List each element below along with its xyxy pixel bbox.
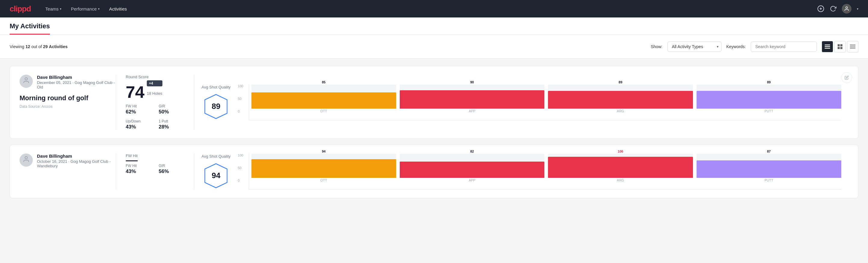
card-2-app-outer: [400, 154, 545, 178]
nav-activities[interactable]: Activities: [109, 4, 127, 14]
card-2-app-val: 82: [470, 150, 474, 153]
svg-rect-5: [825, 46, 830, 47]
card-2-chart-y-axis: 100 50 0: [238, 153, 243, 182]
bar-app: 90 APP: [400, 80, 545, 113]
svg-rect-13: [850, 47, 856, 48]
edit-button[interactable]: [841, 72, 852, 83]
card-2-y-50: 50: [238, 166, 243, 170]
oneputt-val: 28%: [159, 124, 185, 130]
keyword-search-input[interactable]: [751, 41, 817, 52]
card-2-ott-outer: [251, 154, 396, 178]
nav-performance-label: Performance: [71, 6, 97, 11]
card-2-hex-container: 94: [202, 162, 231, 189]
card-2-avatar-icon: [23, 155, 30, 165]
card-2-avatar-circle: [20, 153, 33, 167]
fw-hit-stat: FW Hit 62%: [126, 104, 152, 115]
bar-ott-outer: [251, 85, 396, 109]
grid-view-button[interactable]: [834, 41, 846, 52]
navbar: clippd Teams ▾ Performance ▾ Activities: [0, 0, 868, 18]
list-view-button[interactable]: [822, 41, 833, 52]
card-2-fw-hit-label: FW Hit: [126, 164, 152, 168]
card-2-app-label: APP: [469, 178, 475, 182]
fw-hit-val: 62%: [126, 109, 152, 115]
user-avatar-icon: [23, 77, 30, 86]
card-2-stats-row: Dave Billingham October 16, 2021 · Gog M…: [20, 153, 848, 189]
filter-bar: Viewing 12 out of 29 Activities Show: Al…: [0, 35, 868, 59]
bar-arg-fill: [548, 91, 693, 109]
svg-rect-12: [850, 46, 856, 46]
bar-app-val: 90: [470, 80, 474, 84]
card-2-putt-val: 87: [767, 150, 771, 153]
performance-chevron-icon: ▾: [98, 7, 99, 10]
user-avatar[interactable]: [842, 4, 851, 13]
teams-chevron-icon: ▾: [60, 7, 61, 10]
gir-label: GIR: [159, 104, 185, 108]
hex-score: 89: [212, 102, 220, 111]
round-score-label: Round Score: [126, 75, 184, 79]
card-2-app-fill: [400, 162, 545, 178]
card-2-user-meta: October 16, 2021 · Gog Magog Golf Club -…: [37, 159, 116, 168]
card-2-round-score-section: FW Hit FW Hit 43% GIR 56%: [116, 153, 194, 189]
nav-actions: ▾: [817, 4, 858, 13]
activity-list: Dave Billingham December 05, 2021 · Gog …: [0, 59, 868, 211]
card-2-putt-fill: [696, 160, 841, 178]
bar-arg-label: ARG: [617, 109, 624, 113]
card-2-fw-hit-val: 43%: [126, 169, 152, 175]
svg-rect-14: [850, 48, 856, 49]
bar-app-outer: [400, 85, 545, 109]
bar-putt-label: PUTT: [765, 109, 773, 113]
svg-rect-9: [838, 47, 840, 49]
svg-point-15: [25, 78, 27, 80]
card-2-ott-fill: [251, 159, 396, 178]
card-2-round-score-label: FW Hit: [126, 153, 184, 158]
card-2-arg-outer: [548, 154, 693, 178]
nav-activities-label: Activities: [109, 6, 127, 11]
view-toggle-group: [822, 41, 858, 52]
card-2-bar-putt: 87 PUTT: [696, 150, 841, 182]
card-2-arg-val: 106: [618, 150, 623, 153]
nav-teams[interactable]: Teams ▾: [45, 4, 61, 14]
score-holes: 18 Holes: [147, 91, 162, 96]
card-2-gir: GIR 56%: [159, 164, 185, 175]
card-left: Dave Billingham December 05, 2021 · Gog …: [20, 75, 116, 130]
nav-performance[interactable]: Performance ▾: [71, 4, 99, 14]
card-2-fw-hit: FW Hit 43%: [126, 164, 152, 175]
user-avatar-circle: [20, 75, 33, 88]
card-2-score-row: [126, 160, 184, 161]
page-header: My Activities: [0, 18, 868, 35]
card-2-avg-shot-label: Avg Shot Quality: [202, 154, 231, 158]
gir-val: 50%: [159, 109, 185, 115]
activity-type-select-wrapper[interactable]: All Activity Types ▾: [668, 41, 721, 52]
viewing-total: 29: [43, 44, 48, 49]
bar-arg-outer: [548, 85, 693, 109]
bar-putt-fill: [696, 91, 841, 109]
card-2-score-dash: [126, 160, 138, 161]
bar-ott-fill: [251, 92, 396, 109]
keywords-label: Keywords:: [726, 44, 746, 49]
activity-type-select[interactable]: All Activity Types: [668, 41, 721, 52]
refresh-button[interactable]: [830, 5, 836, 12]
bar-arg-val: 89: [619, 80, 622, 84]
bar-ott-val: 85: [322, 80, 326, 84]
fw-hit-label: FW Hit: [126, 104, 152, 108]
card-user-meta: December 05, 2021 · Gog Magog Golf Club …: [37, 80, 116, 89]
card-2-mini-stats: FW Hit 43% GIR 56%: [126, 164, 184, 175]
compact-view-button[interactable]: [847, 41, 858, 52]
round-score-section: Round Score 74 +4 18 Holes FW Hit 62% GI…: [116, 75, 194, 130]
y-label-100: 100: [238, 84, 243, 88]
bar-ott-label: OTT: [320, 109, 327, 113]
card-user-info: Dave Billingham December 05, 2021 · Gog …: [37, 75, 116, 89]
hex-shape: 89: [203, 93, 229, 120]
bar-putt-outer: [696, 85, 841, 109]
bar-arg: 89 ARG: [548, 80, 693, 113]
hex-container: 89: [202, 93, 231, 120]
gir-stat: GIR 50%: [159, 104, 185, 115]
card-2-putt-label: PUTT: [765, 178, 773, 182]
card-2-shot-quality: Avg Shot Quality 94 100: [194, 153, 848, 189]
card-2-bar-chart: 94 OTT 82 APP: [249, 153, 841, 189]
updown-val: 43%: [126, 124, 152, 130]
card-source: Data Source: Arccos: [20, 105, 116, 109]
activity-card: Dave Billingham December 05, 2021 · Gog …: [10, 66, 858, 139]
add-button[interactable]: [817, 5, 825, 12]
oneputt-stat: 1 Putt 28%: [159, 119, 185, 130]
